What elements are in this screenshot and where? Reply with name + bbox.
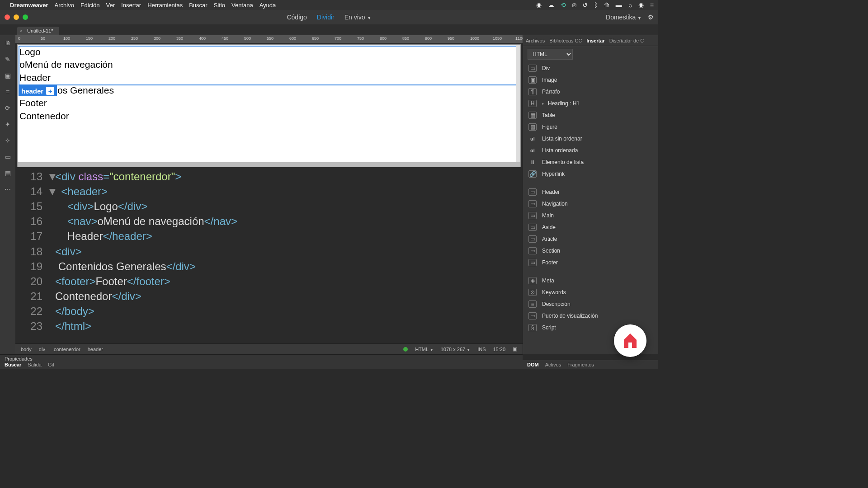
list-icon[interactable]: ≡ bbox=[4, 88, 12, 96]
menu-ver[interactable]: Ver bbox=[106, 2, 115, 9]
display-icon[interactable]: ⎚ bbox=[572, 1, 576, 9]
breadcrumb-div[interactable]: div bbox=[39, 347, 45, 352]
domestika-badge[interactable] bbox=[614, 324, 646, 357]
preview-device-icon[interactable]: ▣ bbox=[513, 346, 517, 352]
wand-icon[interactable]: ✎ bbox=[4, 55, 12, 63]
code-line[interactable]: 16 <nav>oMenú de navegación</nav> bbox=[15, 214, 523, 229]
preview-line[interactable]: Footer bbox=[19, 97, 519, 109]
insert-category-select[interactable]: HTML bbox=[528, 49, 573, 60]
wifi-icon[interactable]: ⟰ bbox=[604, 1, 609, 9]
insert-item-aside[interactable]: ▭Aside bbox=[523, 221, 658, 233]
tab-fragmentos[interactable]: Fragmentos bbox=[567, 362, 594, 367]
insert-item-figure[interactable]: ▧Figure bbox=[523, 121, 658, 133]
code-text[interactable]: <div class="contenerdor"> bbox=[55, 169, 181, 184]
siri-icon[interactable]: ◉ bbox=[638, 1, 644, 9]
code-line[interactable]: 21 Contenedor</div> bbox=[15, 289, 523, 304]
code-text[interactable]: <div> bbox=[55, 244, 82, 259]
insert-item-article[interactable]: ▭Article bbox=[523, 233, 658, 245]
element-tag-badge[interactable]: header + bbox=[19, 85, 57, 96]
view-code[interactable]: Código bbox=[287, 14, 307, 21]
insert-item-descripci-n[interactable]: ≡Descripción bbox=[523, 298, 658, 310]
menu-edicion[interactable]: Edición bbox=[80, 2, 100, 9]
preview-line[interactable]: oMenú de navegación bbox=[19, 58, 519, 71]
settings-icon[interactable]: ⚙ bbox=[648, 14, 654, 21]
menu-sitio[interactable]: Sitio bbox=[214, 2, 225, 9]
insert-item-keywords[interactable]: ⊙Keywords bbox=[523, 286, 658, 298]
bluetooth-icon[interactable]: ᛒ bbox=[594, 1, 598, 9]
maximize-window-button[interactable] bbox=[23, 14, 28, 20]
workspace-switcher[interactable]: Domestika ▼ bbox=[606, 14, 642, 21]
insert-item-puerto-de-visualizaci-n[interactable]: ▭Puerto de visualización bbox=[523, 310, 658, 322]
preview-line[interactable]: Contenedor bbox=[19, 110, 519, 122]
app-name[interactable]: Dreamweaver bbox=[10, 2, 48, 9]
cloud-icon[interactable]: ☁ bbox=[548, 1, 554, 9]
insert-item-lista-sin-ordenar[interactable]: ulLista sin ordenar bbox=[523, 133, 658, 145]
code-line[interactable]: 14▼ <header> bbox=[15, 184, 523, 199]
tab-salida[interactable]: Salida bbox=[28, 362, 42, 367]
code-text[interactable]: <div>Logo</div> bbox=[55, 199, 147, 214]
viewport-size[interactable]: 1078 x 267 ▼ bbox=[441, 347, 470, 352]
insert-item-section[interactable]: ▭Section bbox=[523, 245, 658, 257]
insert-item-hyperlink[interactable]: 🔗Hyperlink bbox=[523, 168, 658, 180]
insert-item-main[interactable]: ▭Main bbox=[523, 210, 658, 221]
code-line[interactable]: 18 <div> bbox=[15, 244, 523, 259]
menu-archivo[interactable]: Archivo bbox=[55, 2, 74, 9]
code-text[interactable]: </html> bbox=[55, 319, 91, 333]
preview-line[interactable]: Logo bbox=[19, 46, 519, 58]
menu-insertar[interactable]: Insertar bbox=[121, 2, 141, 9]
code-line[interactable]: 23 </html> bbox=[15, 319, 523, 333]
tab-activos[interactable]: Activos bbox=[545, 362, 561, 367]
brush-icon[interactable]: ✦ bbox=[4, 120, 12, 128]
preview-line[interactable]: Contenidos Generales bbox=[19, 84, 519, 97]
insert-item-navigation[interactable]: ▭Navigation bbox=[523, 198, 658, 210]
menu-ventana[interactable]: Ventana bbox=[231, 2, 253, 9]
tab-buscar[interactable]: Buscar bbox=[5, 362, 21, 367]
code-line[interactable]: 17 Header</header> bbox=[15, 229, 523, 244]
preview-line[interactable]: Header bbox=[19, 71, 519, 84]
insert-item-heading-h1[interactable]: H▸Heading : H1 bbox=[523, 98, 658, 109]
tab-insertar[interactable]: Insertar bbox=[586, 38, 604, 43]
insert-item-meta[interactable]: ◈Meta bbox=[523, 275, 658, 286]
code-text[interactable]: <header> bbox=[55, 184, 108, 199]
tab-dom[interactable]: DOM bbox=[527, 362, 539, 367]
code-text[interactable]: Contenidos Generales</div> bbox=[55, 259, 196, 274]
code-text[interactable]: <footer>Footer</footer> bbox=[55, 274, 170, 289]
fold-toggle-icon[interactable]: ▼ bbox=[47, 184, 55, 199]
insert-item-div[interactable]: ▭Div bbox=[523, 62, 658, 74]
menu-icon[interactable]: ≡ bbox=[650, 1, 654, 9]
minimize-window-button[interactable] bbox=[14, 14, 19, 20]
tab-archivos[interactable]: Archivos bbox=[526, 38, 545, 43]
insert-item-header[interactable]: ▭Header bbox=[523, 186, 658, 198]
insert-mode[interactable]: INS bbox=[477, 347, 486, 352]
tab-git[interactable]: Git bbox=[48, 362, 54, 367]
code-line[interactable]: 13▼<div class="contenerdor"> bbox=[15, 169, 523, 184]
insert-item-footer[interactable]: ▭Footer bbox=[523, 257, 658, 268]
code-text[interactable]: Contenedor</div> bbox=[55, 289, 142, 304]
wrench-icon[interactable]: ✧ bbox=[4, 136, 12, 145]
document-tab[interactable]: × Untitled-11* bbox=[17, 27, 59, 35]
view-split[interactable]: Dividir bbox=[317, 14, 335, 21]
fold-toggle-icon[interactable]: ▼ bbox=[47, 169, 55, 184]
close-window-button[interactable] bbox=[5, 14, 10, 20]
file-icon[interactable]: 🗎 bbox=[4, 39, 12, 47]
spotlight-icon[interactable]: ⌕ bbox=[628, 1, 632, 9]
code-line[interactable]: 19 Contenidos Generales</div> bbox=[15, 259, 523, 274]
view-live[interactable]: En vivo▼ bbox=[344, 14, 372, 21]
terminal-icon[interactable]: ▤ bbox=[4, 169, 12, 177]
code-line[interactable]: 20 <footer>Footer</footer> bbox=[15, 274, 523, 289]
code-text[interactable]: Header</header> bbox=[55, 229, 152, 244]
insert-item-elemento-de-lista[interactable]: liElemento de lista bbox=[523, 156, 658, 168]
code-line[interactable]: 22 </body> bbox=[15, 304, 523, 319]
menu-buscar[interactable]: Buscar bbox=[189, 2, 207, 9]
tab-disenador[interactable]: Diseñador de C bbox=[609, 38, 644, 43]
more-icon[interactable]: ⋯ bbox=[4, 185, 12, 193]
insert-item-image[interactable]: ▣Image bbox=[523, 74, 658, 86]
code-text[interactable]: </body> bbox=[55, 304, 94, 319]
breadcrumb-class[interactable]: .contenerdor bbox=[52, 347, 80, 352]
doctype-selector[interactable]: HTML ▼ bbox=[415, 347, 434, 352]
battery-icon[interactable]: ▬ bbox=[616, 1, 622, 9]
preview-h-scrollbar[interactable] bbox=[18, 162, 520, 167]
add-element-button[interactable]: + bbox=[46, 87, 54, 95]
preview-v-scrollbar[interactable] bbox=[516, 45, 520, 162]
record-icon[interactable]: ◉ bbox=[536, 1, 542, 9]
